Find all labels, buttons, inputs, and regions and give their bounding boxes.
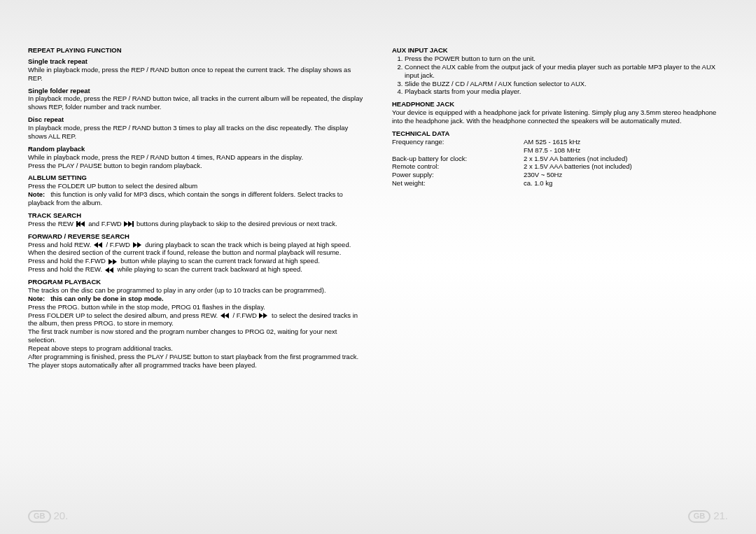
ts-pre: Press the REW <box>28 220 76 227</box>
tech-value: AM 525 - 1615 kHz <box>524 138 728 146</box>
text-album-note: Note: this function is only valid for MP… <box>28 190 364 207</box>
svg-marker-16 <box>259 313 263 318</box>
svg-marker-1 <box>80 221 85 227</box>
tech-label: Net weight: <box>392 179 518 188</box>
document-spread: REPEAT PLAYING FUNCTION Single track rep… <box>0 0 756 534</box>
text-pp1: The tracks on the disc can be programmed… <box>28 286 364 295</box>
heading-aux: AUX INPUT JACK <box>392 46 728 55</box>
tech-value: 2 x 1.5V AAA batteries (not included) <box>524 162 728 171</box>
rewind-icon <box>76 221 86 227</box>
note-label: Note: <box>28 295 45 302</box>
gb-badge: GB <box>688 510 711 523</box>
svg-marker-17 <box>263 313 267 318</box>
text-headphone: Your device is equipped with a headphone… <box>392 108 728 125</box>
tech-value: FM 87.5 - 108 MHz <box>524 146 728 155</box>
tech-label: Remote control: <box>392 162 518 171</box>
text-pp6: After programming is finished, press the… <box>28 353 364 370</box>
page-left: REPEAT PLAYING FUNCTION Single track rep… <box>0 0 378 534</box>
ts-mid: and F.FWD <box>88 220 123 227</box>
fr3a: Press and hold the REW. <box>28 265 104 273</box>
note-label: Note: <box>28 190 45 198</box>
tech-value: ca. 1.0 kg <box>524 179 728 188</box>
svg-marker-9 <box>137 242 141 248</box>
text-pp3: Press FOLDER UP to select the desired al… <box>28 311 364 328</box>
list-item: Slide the BUZZ / CD / ALARM / AUX functi… <box>405 80 728 88</box>
tech-label: Back-up battery for clock: <box>392 155 518 163</box>
svg-marker-8 <box>133 242 137 248</box>
list-item: Press the POWER button to turn on the un… <box>405 55 728 63</box>
text-pp5: Repeat above steps to program additional… <box>28 344 364 353</box>
svg-marker-14 <box>220 313 225 318</box>
heading-album: ALBLUM SETTING <box>28 174 364 182</box>
text-random-b: Press the PLAY / PAUSE button to begin r… <box>28 162 364 170</box>
rewind-icon <box>220 313 230 318</box>
svg-marker-7 <box>98 242 102 248</box>
list-item: Connect the AUX cable from the output ja… <box>405 63 728 80</box>
fr2b: button while playing to scan the current… <box>120 257 320 265</box>
page-number-left: 20. <box>54 510 69 523</box>
forward-icon <box>108 259 118 265</box>
forward-icon <box>124 221 134 227</box>
pp3b: / F.FWD <box>233 311 259 319</box>
text-fr3: Press and hold the REW. while playing to… <box>28 265 364 274</box>
fr1b: / F.FWD <box>106 241 132 248</box>
text-pp4: The first track number is now stored and… <box>28 328 364 344</box>
gb-badge: GB <box>28 510 51 523</box>
tech-label: Power supply: <box>392 171 518 179</box>
tech-table: Frequency range: AM 525 - 1615 kHz FM 87… <box>392 138 728 188</box>
subhead-single-folder: Single folder repeat <box>28 87 364 95</box>
fr3b: while playing to scan the current track … <box>117 265 302 273</box>
text-disc-repeat: In playback mode, press the REP / RAND b… <box>28 124 364 141</box>
text-pp2: Press the PROG. button while in the stop… <box>28 303 364 311</box>
svg-marker-6 <box>94 242 98 248</box>
text-single-track: While in playback mode, press the REP / … <box>28 66 364 83</box>
tech-value: 230V ~ 50Hz <box>524 171 728 179</box>
subhead-single-track: Single track repeat <box>28 57 364 66</box>
page-footer-right: GB 21. <box>688 510 728 523</box>
pp3a: Press FOLDER UP to select the desired al… <box>28 311 220 319</box>
fr2a: Press and hold the F.FWD <box>28 257 108 265</box>
rewind-icon <box>94 242 104 248</box>
list-item: Playback starts from your media player. <box>405 87 728 96</box>
text-single-folder: In playback mode, press the REP / RAND b… <box>28 94 364 111</box>
text-fr1: Press and hold REW. / F.FWD during playb… <box>28 241 364 258</box>
heading-tech: TECHNICAL DATA <box>392 129 728 138</box>
aux-list: Press the POWER button to turn on the un… <box>392 55 728 96</box>
heading-track-search: TRACK SEARCH <box>28 211 364 220</box>
page-number-right: 21. <box>713 510 728 523</box>
text-album-1: Press the FOLDER UP button to select the… <box>28 182 364 190</box>
heading-repeat: REPEAT PLAYING FUNCTION <box>28 46 364 55</box>
svg-marker-12 <box>105 267 109 273</box>
text-random-a: While in playback mode, press the REP / … <box>28 153 364 162</box>
text-pp-note: Note: this can only be done in stop mode… <box>28 295 364 303</box>
note-text-bold: this can only be done in stop mode. <box>50 295 164 302</box>
text-fr2: Press and hold the F.FWD button while pl… <box>28 257 364 265</box>
note-text: this function is only valid for MP3 disc… <box>28 190 343 206</box>
heading-program: PROGRAM PLAYBACK <box>28 278 364 286</box>
svg-rect-2 <box>76 221 78 227</box>
svg-marker-15 <box>225 313 229 318</box>
svg-marker-3 <box>124 221 128 227</box>
page-right: AUX INPUT JACK Press the POWER button to… <box>378 0 756 534</box>
subhead-random: Random playback <box>28 145 364 153</box>
heading-fwd-rev: FORWARD / REVERSE SEARCH <box>28 232 364 241</box>
page-footer-left: GB 20. <box>28 510 68 523</box>
text-track-search: Press the REW and F.FWD buttons during p… <box>28 220 364 228</box>
ts-post: buttons during playback to skip to the d… <box>136 220 337 227</box>
svg-rect-5 <box>132 221 134 227</box>
svg-marker-10 <box>108 259 113 265</box>
subhead-disc-repeat: Disc repeat <box>28 115 364 124</box>
svg-marker-11 <box>113 259 117 265</box>
svg-marker-4 <box>128 221 132 227</box>
fr1a: Press and hold REW. <box>28 241 93 248</box>
forward-icon <box>259 313 269 318</box>
forward-icon <box>133 242 143 248</box>
heading-headphone: HEADPHONE JACK <box>392 100 728 108</box>
svg-marker-13 <box>109 267 113 273</box>
tech-label: Frequency range: <box>392 138 518 146</box>
tech-value: 2 x 1.5V AA batteries (not included) <box>524 155 728 163</box>
rewind-icon <box>105 267 115 273</box>
